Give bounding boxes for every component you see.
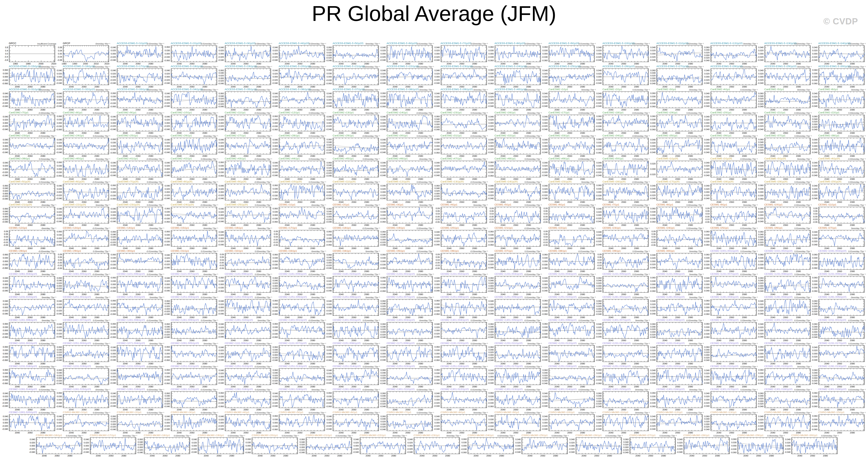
timeseries-panel: CESM2 r1231.020i1p1f1-0.02mm/day 73yr⁻¹0… xyxy=(117,368,163,385)
y-axis-tick-label: 0.020 xyxy=(431,165,440,167)
y-axis-tick-label: 0.040 xyxy=(107,346,116,348)
timeseries-plot xyxy=(387,68,433,85)
panel-trend-label: -0.01mm/day 73yr⁻¹ xyxy=(605,435,623,437)
x-axis-tick-label: 2060 xyxy=(511,63,521,65)
y-axis-tick-label: -0.040 xyxy=(54,220,62,223)
y-axis-tick-label: 0.020 xyxy=(539,419,548,421)
panel-title: ACCESS-ESM1-5 r7i1p1f1 xyxy=(441,42,471,45)
x-axis-tick-label: 2060 xyxy=(511,201,521,203)
timeseries-plot xyxy=(117,414,163,431)
timeseries-panel: CESM2 r1301.007i1p1f10mm/day 73yr⁻¹0.040… xyxy=(602,322,649,339)
x-axis-tick-label: 2080 xyxy=(119,455,128,457)
x-axis-tick-label: 2060 xyxy=(835,63,844,65)
panel-trend-label: -0.01mm/day 73yr⁻¹ xyxy=(740,89,758,91)
timeseries-plot xyxy=(279,299,325,316)
panel-trend-label: -0.01mm/day 73yr⁻¹ xyxy=(740,411,758,414)
y-axis-tick-label: 0.040 xyxy=(54,372,62,374)
x-axis-tick-label: 2080 xyxy=(794,316,803,318)
y-axis-tick-label: -0.040 xyxy=(701,359,710,361)
timeseries-plot xyxy=(63,207,109,223)
y-axis-tick-label: 0.040 xyxy=(539,346,548,348)
y-axis-tick-label: 0.060 xyxy=(431,185,440,187)
y-axis-tick-label: 0.000 xyxy=(485,285,494,287)
y-axis-tick-label: 0.020 xyxy=(647,162,656,165)
y-axis-tick-label: 0.030 xyxy=(485,49,494,52)
y-axis-tick-label: 0.020 xyxy=(0,395,8,398)
x-axis-tick-label: 2080 xyxy=(38,178,48,180)
panel-trend-label: 0.01mm/day 73yr⁻¹ xyxy=(93,66,110,68)
y-axis-tick-label: 0.040 xyxy=(270,161,278,164)
x-axis-tick-label: 2060 xyxy=(403,63,412,65)
y-axis-tick-label: 0.020 xyxy=(323,188,332,190)
y-axis-tick-label: 0.000 xyxy=(431,352,440,355)
y-axis-tick-label: -0.040 xyxy=(647,382,656,384)
y-axis-tick-label: -0.040 xyxy=(162,405,170,407)
y-axis-tick-label: -0.030 xyxy=(107,148,116,150)
timeseries-panel: CESM2 r1231.017i1p1f10.01mm/day 73yr⁻¹0.… xyxy=(818,345,865,362)
y-axis-tick-label: -0.020 xyxy=(593,56,601,58)
x-axis-tick-label: 2040 xyxy=(337,432,346,434)
timeseries-panel: CanESM2 r22i1p10.03mm/day 73yr⁻¹0.0600.0… xyxy=(818,115,865,131)
x-axis-tick-label: 2080 xyxy=(308,224,317,226)
y-axis-tick-label: 0.030 xyxy=(755,257,764,259)
y-axis-tick-label: 0.000 xyxy=(431,75,440,78)
timeseries-panel: CESM1 r19i1p10.02mm/day 73yr⁻¹0.0600.040… xyxy=(387,230,433,247)
x-axis-tick-label: 2060 xyxy=(565,247,575,249)
x-axis-tick-label: 2040 xyxy=(121,385,130,388)
y-axis-tick-label: -0.020 xyxy=(377,310,386,313)
panel-trend-label: -0.01mm/day 73yr⁻¹ xyxy=(38,135,56,137)
timeseries-panel: CESM1 r7i1p1-0.01mm/day 73yr⁻¹0.0400.020… xyxy=(602,207,649,223)
timeseries-plot xyxy=(602,138,649,154)
y-axis-tick-label: 0.060 xyxy=(323,208,332,210)
x-axis-tick-label: 2040 xyxy=(13,132,22,134)
y-axis-tick-label: 0.020 xyxy=(485,303,494,306)
x-axis-tick-label: 2040 xyxy=(714,86,723,88)
x-axis-tick-label: 2080 xyxy=(308,247,317,249)
x-axis-tick-label: 2040 xyxy=(67,178,76,180)
y-axis-tick-label: -0.020 xyxy=(431,56,440,58)
y-axis-tick-label: -0.020 xyxy=(593,333,601,335)
y-axis-tick-label: 0.030 xyxy=(323,72,332,75)
y-axis-tick-label: 0.000 xyxy=(54,191,62,193)
y-axis-tick-label: 0.060 xyxy=(216,161,224,163)
panel-trend-label: 0.02mm/day 73yr⁻¹ xyxy=(255,296,272,299)
timeseries-panel: ACCESS-ESM1-5 r29i1p1f10mm/day 73yr⁻¹0.0… xyxy=(765,68,811,85)
y-axis-tick-label: 0.000 xyxy=(485,99,494,101)
timeseries-panel: CanESM5 r21i1p2f1-0mm/day 73yr⁻¹0.0600.0… xyxy=(9,207,55,223)
y-axis-tick-label: 0.000 xyxy=(0,99,8,101)
y-axis-tick-label: -0.030 xyxy=(809,79,817,81)
y-axis-tick-label: 0.060 xyxy=(377,415,386,418)
timeseries-plot xyxy=(602,414,649,431)
y-axis-tick-label: 0.020 xyxy=(755,72,764,75)
timeseries-panel: CanESM5 r11i1p2f1-0mm/day 73yr⁻¹0.0400.0… xyxy=(333,184,379,200)
x-axis-tick-label: 2040 xyxy=(444,63,454,65)
y-axis-tick-label: -0.020 xyxy=(107,56,116,58)
x-axis-tick-label: 2040 xyxy=(444,109,454,111)
timeseries-plot xyxy=(602,345,649,362)
panel-title: CSIRO-Mk360 r28i1p1 xyxy=(683,434,710,437)
panel-trend-label: 0.02mm/day 73yr⁻¹ xyxy=(93,411,110,414)
timeseries-plot xyxy=(495,345,541,362)
y-axis-tick-label: -0.060 xyxy=(0,336,8,338)
x-axis-tick-label: 2080 xyxy=(794,247,803,249)
panel-trend-label: 0.02mm/day 73yr⁻¹ xyxy=(255,250,272,252)
y-axis-tick-label: -0.040 xyxy=(0,128,8,130)
y-axis-tick-label: 0.040 xyxy=(593,208,601,210)
panel-title: CESM2 r1301.011i1p1f1 xyxy=(386,388,415,391)
timeseries-panel: CESM2 r1231.006i1p1f10mm/day 73yr⁻¹0.060… xyxy=(656,276,703,292)
panel-title: CSIRO-Mk360 r16i1p1 xyxy=(36,434,62,437)
x-axis-tick-label: 2080 xyxy=(524,63,533,65)
y-axis-tick-label: 0.060 xyxy=(0,69,8,71)
panel-title: CESM2 r1251.008i1p1f1 xyxy=(441,296,469,298)
y-axis-tick-label: -0.040 xyxy=(270,59,278,61)
y-axis-tick-label: 0.000 xyxy=(162,375,170,378)
x-axis-tick-label: 2040 xyxy=(121,201,130,203)
y-axis-tick-label: 0.060 xyxy=(539,323,548,325)
x-axis-tick-label: 2040 xyxy=(498,293,507,296)
timeseries-plot xyxy=(117,299,163,316)
timeseries-plot xyxy=(333,45,379,62)
x-axis-tick-label: 2060 xyxy=(619,432,628,434)
x-axis-tick-label: 2060 xyxy=(403,408,412,411)
x-axis-tick-label: 2060 xyxy=(511,408,521,411)
x-axis-tick-label: 2080 xyxy=(524,270,533,273)
